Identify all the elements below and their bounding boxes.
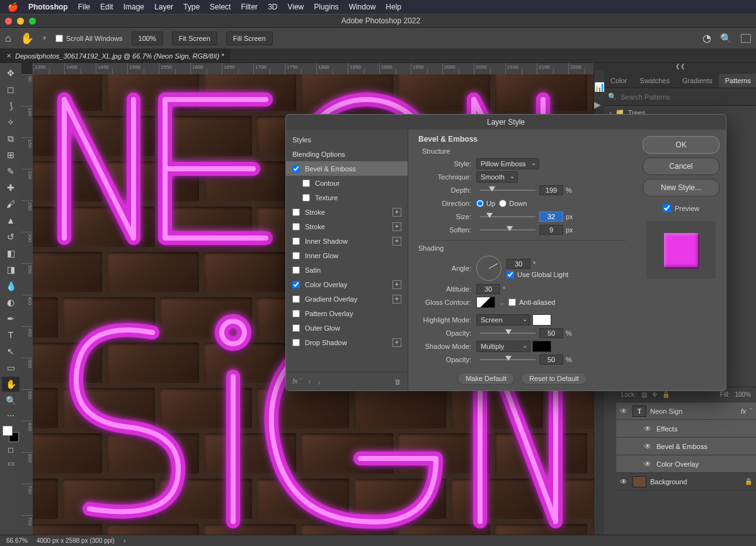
histogram-icon[interactable]: 📊 <box>594 82 604 91</box>
apple-menu[interactable]: 🍎 <box>8 2 18 12</box>
menu-edit[interactable]: Edit <box>100 3 113 11</box>
cancel-button[interactable]: Cancel <box>643 157 719 175</box>
add-icon[interactable]: + <box>392 222 401 231</box>
pen-tool[interactable]: ✒ <box>2 311 20 326</box>
ok-button[interactable]: OK <box>643 136 719 154</box>
global-light-checkbox[interactable]: Use Global Light <box>507 271 568 278</box>
menu-select[interactable]: Select <box>210 3 231 11</box>
scroll-all-checkbox[interactable]: Scroll All Windows <box>55 35 123 42</box>
highlight-mode-select[interactable]: Screen <box>476 314 530 326</box>
style-gradient-overlay[interactable]: Gradient Overlay+ <box>286 292 408 306</box>
frame-tool[interactable]: ⊞ <box>2 147 20 162</box>
lock-all-icon[interactable]: 🔒 <box>662 391 670 398</box>
fit-screen-button[interactable]: Fit Screen <box>172 31 217 45</box>
style-drop-shadow[interactable]: Drop Shadow+ <box>286 335 408 350</box>
menu-layer[interactable]: Layer <box>154 3 173 11</box>
visibility-icon[interactable]: 👁 <box>644 442 653 451</box>
horizontal-ruler[interactable]: 1350140014501500155016001650170017501800… <box>33 63 593 74</box>
menu-3d[interactable]: 3D <box>268 3 277 11</box>
layer-effect-color-overlay[interactable]: 👁 Color Overlay <box>616 455 756 473</box>
fx-badge[interactable]: fx <box>741 407 747 415</box>
move-up-icon[interactable]: ↑ <box>308 378 312 385</box>
size-slider[interactable] <box>480 212 536 221</box>
depth-slider[interactable] <box>480 186 536 195</box>
move-tool[interactable]: ✥ <box>2 65 20 81</box>
make-default-button[interactable]: Make Default <box>457 372 515 385</box>
style-bevel-emboss[interactable]: Bevel & Emboss <box>286 161 408 176</box>
maximize-window-button[interactable] <box>29 18 36 25</box>
visibility-icon[interactable]: 👁 <box>620 477 629 486</box>
technique-select[interactable]: Smooth <box>476 171 518 183</box>
menu-type[interactable]: Type <box>183 3 200 11</box>
close-window-button[interactable] <box>5 18 12 25</box>
layer-effects[interactable]: 👁 Effects <box>616 420 756 438</box>
chevron-right-icon[interactable]: › <box>123 537 125 544</box>
hand-tool[interactable]: ✋ <box>2 377 20 392</box>
eyedropper-tool[interactable]: ✎ <box>2 164 20 179</box>
patterns-search[interactable]: 🔍 <box>604 88 756 106</box>
add-icon[interactable]: + <box>392 280 401 289</box>
style-inner-shadow[interactable]: Inner Shadow+ <box>286 234 408 248</box>
zoom-level-button[interactable]: 100% <box>132 31 163 45</box>
menu-help[interactable]: Help <box>386 3 401 11</box>
lasso-tool[interactable]: ⟆ <box>2 98 20 113</box>
workspace-icon[interactable] <box>741 34 751 43</box>
style-inner-glow[interactable]: Inner Glow <box>286 248 408 263</box>
blur-tool[interactable]: 💧 <box>2 278 20 293</box>
brush-tool[interactable]: 🖌 <box>2 196 20 212</box>
styles-header[interactable]: Styles <box>286 132 408 147</box>
menu-plugins[interactable]: Plugins <box>314 3 338 11</box>
trash-icon[interactable]: 🗑 <box>394 378 401 385</box>
dodge-tool[interactable]: ◐ <box>2 295 20 310</box>
search-icon[interactable]: 🔍 <box>720 33 732 44</box>
menu-view[interactable]: View <box>287 3 304 11</box>
direction-up-radio[interactable]: Up <box>476 200 495 207</box>
shadow-opacity-slider[interactable] <box>480 355 536 364</box>
document-tab[interactable]: ✕ Depositphotos_306174192_XL.jpg @ 66.7%… <box>0 49 231 62</box>
add-icon[interactable]: + <box>392 338 401 347</box>
style-contour[interactable]: Contour <box>286 176 408 190</box>
tab-swatches[interactable]: Swatches <box>633 74 676 88</box>
style-select[interactable]: Pillow Emboss <box>476 158 539 169</box>
chevron-down-icon[interactable]: ˇ <box>750 407 752 415</box>
screenmode-toggle[interactable]: ▭ <box>2 457 20 470</box>
shape-tool[interactable]: ▭ <box>2 360 20 375</box>
layer-neon-sign[interactable]: 👁 T Neon Sign fx ˇ <box>616 402 756 420</box>
layer-effect-bevel[interactable]: 👁 Bevel & Emboss <box>616 438 756 455</box>
cloud-docs-icon[interactable]: ◔ <box>702 32 711 44</box>
soften-field[interactable]: 9 <box>539 225 563 235</box>
fx-icon[interactable]: fx˅ <box>292 377 302 385</box>
zoom-tool[interactable]: 🔍 <box>2 393 20 408</box>
antialiased-checkbox[interactable]: Anti-aliased <box>508 299 555 306</box>
visibility-icon[interactable]: 👁 <box>620 407 629 416</box>
menu-window[interactable]: Window <box>349 3 376 11</box>
menu-image[interactable]: Image <box>123 3 144 11</box>
close-tab-icon[interactable]: ✕ <box>6 52 11 59</box>
home-button[interactable]: ⌂ <box>5 33 11 44</box>
style-outer-glow[interactable]: Outer Glow <box>286 321 408 335</box>
path-tool[interactable]: ↖ <box>2 344 20 359</box>
minimize-window-button[interactable] <box>17 18 24 25</box>
altitude-field[interactable]: 30 <box>476 284 500 294</box>
style-pattern-overlay[interactable]: Pattern Overlay <box>286 306 408 321</box>
tab-gradients[interactable]: Gradients <box>676 74 719 88</box>
style-stroke[interactable]: Stroke+ <box>286 205 408 219</box>
tab-color[interactable]: Color <box>604 74 633 88</box>
style-texture[interactable]: Texture <box>286 190 408 205</box>
app-menu[interactable]: Photoshop <box>28 3 68 11</box>
style-satin[interactable]: Satin <box>286 263 408 277</box>
crop-tool[interactable]: ⧉ <box>2 131 20 146</box>
lock-pixels-icon[interactable]: ▨ <box>641 391 647 398</box>
shadow-opacity-field[interactable]: 50 <box>539 355 563 365</box>
fill-value[interactable]: 100% <box>735 391 751 398</box>
fill-screen-button[interactable]: Fill Screen <box>226 31 273 45</box>
soften-slider[interactable] <box>480 225 536 234</box>
history-brush-tool[interactable]: ↺ <box>2 229 20 244</box>
highlight-color[interactable] <box>532 314 551 326</box>
quickmask-toggle[interactable]: ◻ <box>2 443 20 456</box>
move-down-icon[interactable]: ↓ <box>318 378 321 385</box>
preview-checkbox[interactable]: Preview <box>643 204 719 212</box>
navigator-icon[interactable]: ▶ <box>594 100 604 108</box>
gloss-contour[interactable] <box>476 297 495 308</box>
style-stroke-2[interactable]: Stroke+ <box>286 219 408 234</box>
